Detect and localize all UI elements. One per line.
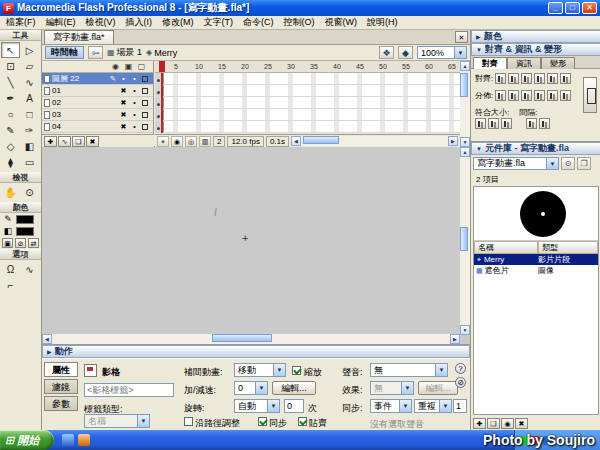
distribute-vcenter-button[interactable] — [508, 90, 519, 101]
delete-item-button[interactable]: ✖ — [515, 418, 528, 429]
layer-outline-toggle[interactable] — [142, 76, 148, 82]
edit-multiple-frames-icon[interactable]: ▥ — [199, 136, 211, 147]
lock-icon[interactable]: ▣ — [123, 62, 134, 71]
menu-insert[interactable]: 插入(I) — [126, 16, 153, 29]
orient-to-path-checkbox[interactable] — [184, 417, 193, 426]
item-properties-button[interactable]: ◉ — [501, 418, 514, 429]
color-panel-header[interactable]: ▶ 顏色 — [471, 30, 600, 43]
hand-tool[interactable]: ✋ — [1, 184, 20, 200]
scroll-left-icon[interactable]: ◀ — [291, 136, 301, 146]
timeline-horizontal-scrollbar[interactable]: ◀ ▶ — [291, 136, 458, 146]
repeat-count-input[interactable] — [453, 399, 467, 413]
oval-tool[interactable]: ○ — [1, 106, 20, 122]
layer-row[interactable]: 04 ✖ • — [42, 121, 153, 133]
align-left-button[interactable] — [495, 73, 506, 84]
tab-align[interactable]: 對齊 — [473, 57, 507, 69]
breadcrumb-symbol[interactable]: ◈ Merry — [146, 48, 177, 58]
scrollbar-thumb[interactable] — [212, 334, 272, 342]
delete-layer-button[interactable]: ✖ — [86, 136, 99, 147]
eye-icon[interactable]: ◉ — [110, 62, 121, 71]
column-name[interactable]: 名稱 — [474, 241, 538, 254]
timeline-vertical-scrollbar[interactable]: ▲ ▼ — [460, 61, 470, 147]
default-colors-button[interactable]: ▣ — [2, 238, 13, 248]
onion-outline-icon[interactable]: ◎ — [185, 136, 197, 147]
edit-scene-button[interactable]: ❖ — [379, 46, 394, 59]
pencil-tool[interactable]: ✎ — [1, 122, 20, 138]
tween-select[interactable]: 移動 ▼ — [234, 363, 286, 377]
frame-ruler[interactable]: 5 10 15 20 25 30 35 40 45 50 55 60 65 — [155, 61, 460, 73]
align-bottom-button[interactable] — [560, 73, 571, 84]
back-arrow-icon[interactable]: ⇦ — [88, 46, 103, 59]
sync-checkbox[interactable] — [258, 417, 267, 426]
library-document-select[interactable]: 寫字動畫.fla ▼ — [473, 157, 559, 170]
layer-visibility-toggle[interactable]: • — [118, 75, 129, 82]
edit-effect-button[interactable]: 編輯... — [418, 381, 458, 395]
no-color-button[interactable]: ⊘ — [15, 238, 26, 248]
space-horizontal-button[interactable] — [539, 118, 550, 129]
frames-grid[interactable] — [155, 73, 460, 133]
menu-commands[interactable]: 命令(C) — [243, 16, 274, 29]
text-tool[interactable]: A — [20, 90, 39, 106]
smooth-button[interactable]: ∿ — [20, 261, 39, 277]
selection-tool[interactable]: ↖ — [1, 42, 20, 58]
menu-control[interactable]: 控制(O) — [284, 16, 315, 29]
layer-row[interactable]: 圖層 22 ✎ • • — [42, 73, 153, 85]
zoom-select[interactable]: 100% ▼ — [417, 46, 467, 59]
new-folder-button[interactable]: ❏ — [487, 418, 500, 429]
add-layer-button[interactable]: ✚ — [44, 136, 57, 147]
ink-bottle-tool[interactable]: ◇ — [1, 138, 20, 154]
line-tool[interactable]: ╲ — [1, 74, 20, 90]
paint-bucket-tool[interactable]: ◧ — [20, 138, 39, 154]
layer-row[interactable]: 03 ✖ • — [42, 109, 153, 121]
snap-checkbox[interactable] — [298, 417, 307, 426]
stage-vertical-scrollbar[interactable]: ▲ ▼ — [460, 147, 470, 335]
layer-lock-toggle[interactable]: • — [129, 99, 140, 106]
subselection-tool[interactable]: ▷ — [20, 42, 39, 58]
scroll-up-icon[interactable]: ▲ — [460, 147, 470, 157]
space-vertical-button[interactable] — [526, 118, 537, 129]
layer-outline-toggle[interactable] — [142, 112, 148, 118]
scroll-up-icon[interactable]: ▲ — [460, 61, 470, 71]
tab-info[interactable]: 資訊 — [507, 57, 541, 69]
menu-modify[interactable]: 修改(M) — [162, 16, 194, 29]
brush-tool[interactable]: ✑ — [20, 122, 39, 138]
maximize-button[interactable]: □ — [565, 2, 580, 14]
menu-help[interactable]: 說明(H) — [367, 16, 398, 29]
circle-slash-icon[interactable]: ⊘ — [455, 377, 466, 388]
eyedropper-tool[interactable]: ⧫ — [1, 154, 20, 170]
eraser-tool[interactable]: ▭ — [20, 154, 39, 170]
effect-select[interactable]: 無 ▼ — [370, 381, 414, 395]
zoom-tool[interactable]: ⊙ — [20, 184, 39, 200]
align-top-button[interactable] — [534, 73, 545, 84]
new-symbol-button[interactable]: ✚ — [473, 418, 486, 429]
free-transform-tool[interactable]: ⊡ — [1, 58, 20, 74]
distribute-top-button[interactable] — [495, 90, 506, 101]
stroke-color-swatch[interactable] — [16, 215, 34, 224]
library-item-row[interactable]: ✦ Merry 影片片段 — [474, 254, 598, 265]
menu-text[interactable]: 文字(T) — [204, 16, 234, 29]
gradient-transform-tool[interactable]: ▱ — [20, 58, 39, 74]
library-panel-header[interactable]: ▼ 元件庫 - 寫字動畫.fla — [471, 142, 600, 155]
playhead[interactable] — [159, 61, 165, 72]
add-motion-guide-button[interactable]: ∿ — [58, 136, 71, 147]
layer-visibility-toggle[interactable]: ✖ — [118, 99, 129, 107]
align-right-button[interactable] — [521, 73, 532, 84]
scrollbar-thumb[interactable] — [460, 227, 468, 251]
label-type-select[interactable]: 名稱 ▼ — [84, 414, 150, 428]
frame-label-input[interactable] — [84, 383, 174, 397]
layer-outline-toggle[interactable] — [142, 100, 148, 106]
layer-visibility-toggle[interactable]: ✖ — [118, 123, 129, 131]
layer-outline-toggle[interactable] — [142, 88, 148, 94]
layer-lock-toggle[interactable]: • — [129, 75, 140, 82]
help-icon[interactable]: ? — [455, 363, 466, 374]
tab-properties[interactable]: 屬性 — [44, 362, 78, 377]
breadcrumb-scene[interactable]: ▦ 場景 1 — [107, 46, 142, 59]
match-width-button[interactable] — [475, 118, 486, 129]
document-close-icon[interactable]: ✕ — [455, 31, 468, 43]
match-both-button[interactable] — [501, 118, 512, 129]
distribute-hcenter-button[interactable] — [547, 90, 558, 101]
scrollbar-thumb[interactable] — [303, 136, 339, 144]
scroll-down-icon[interactable]: ▼ — [460, 137, 470, 147]
repeat-select[interactable]: 重複 ▼ — [414, 399, 452, 413]
onion-skin-icon[interactable]: ◉ — [171, 136, 183, 147]
